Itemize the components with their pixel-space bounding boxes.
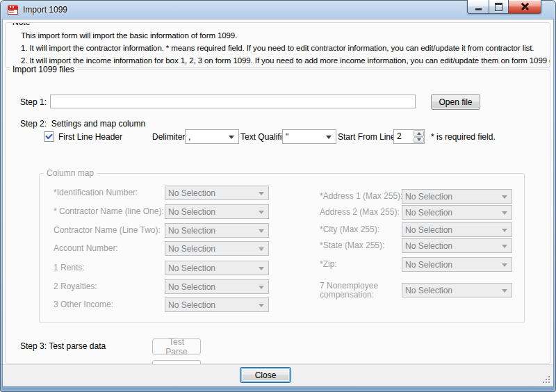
address1-label: *Address 1 (Max 255): [320, 191, 402, 201]
rents-label: 1 Rents: [54, 263, 85, 272]
step2-label: Step 2: Settings and map column [20, 119, 145, 129]
test-parse-button[interactable]: Test Parse [152, 338, 201, 354]
import-1099-window: Import 1099 Note This import form will i… [0, 0, 556, 392]
dialog-content: Note This import form will import the ba… [3, 19, 553, 386]
other-income-label: 3 Other Income: [54, 300, 113, 309]
zip-dropdown[interactable]: No Selection [402, 257, 512, 272]
chevron-down-icon [259, 304, 264, 307]
city-dropdown[interactable]: No Selection [402, 222, 512, 237]
chevron-down-icon [502, 289, 507, 293]
window-controls [467, 0, 541, 14]
close-window-button[interactable] [509, 0, 541, 14]
step1-label: Step 1: [20, 97, 47, 107]
chevron-down-icon [259, 247, 264, 251]
royalties-dropdown[interactable]: No Selection [165, 279, 269, 294]
chevron-down-icon [502, 195, 507, 199]
column-map-group-label: Column map [44, 168, 97, 178]
note-line: This import form will import the basic i… [21, 31, 237, 40]
chevron-down-icon [259, 211, 264, 214]
royalties-label: 2 Royalties: [54, 281, 97, 291]
step3-label: Step 3: Test parse data [20, 341, 106, 351]
contractor-name-one-dropdown[interactable]: No Selection [165, 204, 269, 219]
minimize-button[interactable] [467, 0, 489, 14]
account-number-dropdown[interactable]: No Selection [165, 241, 269, 256]
column-map-group: Column map *Identification Number: No Se… [39, 173, 525, 323]
close-button[interactable]: Close [240, 367, 291, 383]
note-line: 2. It will import the income information… [21, 56, 550, 65]
start-from-line-label: Start From Line [338, 132, 395, 142]
spin-up-button[interactable] [414, 130, 424, 137]
rents-dropdown[interactable]: No Selection [165, 261, 269, 275]
minimize-icon [475, 8, 482, 10]
chevron-down-icon [229, 136, 234, 139]
state-label: *State (Max 255): [320, 240, 384, 250]
chevron-down-icon [259, 229, 264, 233]
chevron-down-icon [326, 136, 332, 139]
start-from-line-spinner[interactable]: 2 [393, 129, 425, 144]
form-1099-icon [8, 4, 19, 15]
delimiter-label: Delimiter [152, 132, 185, 142]
file-path-input[interactable] [50, 95, 416, 108]
address1-dropdown[interactable]: No Selection [402, 189, 512, 204]
maximize-icon [495, 3, 502, 11]
close-icon [521, 3, 529, 10]
zip-label: *Zip: [320, 259, 337, 269]
contractor-name-two-dropdown[interactable]: No Selection [165, 223, 269, 238]
chevron-down-icon [259, 286, 264, 289]
chevron-down-icon [502, 211, 507, 215]
first-line-header-label: First Line Header [58, 132, 122, 142]
window-title: Import 1099 [23, 5, 67, 15]
contractor-name-one-label: * Contractor Name (line One): [54, 206, 164, 216]
first-line-header-checkbox[interactable] [44, 131, 54, 142]
import-files-group-label: Import 1099 files [10, 65, 77, 74]
address2-label: Address 2 (Max 255): [320, 207, 400, 217]
chevron-down-icon [502, 245, 507, 248]
note-line: 1. It will import the contractor informa… [21, 44, 534, 52]
chevron-down-icon [417, 138, 421, 141]
identification-number-label: *Identification Number: [54, 188, 138, 197]
delimiter-dropdown[interactable]: , [185, 129, 239, 144]
resize-grip-icon[interactable] [543, 376, 551, 384]
required-field-note: * is required field. [431, 132, 496, 142]
address2-dropdown[interactable]: No Selection [402, 205, 512, 220]
spin-down-button[interactable] [414, 137, 424, 144]
city-label: *City (Max 255): [320, 224, 379, 234]
nonemployee-compensation-dropdown[interactable]: No Selection [402, 283, 512, 297]
chevron-down-icon [502, 229, 507, 232]
chevron-down-icon [259, 267, 264, 270]
chevron-down-icon [259, 192, 264, 195]
note-group-label: Note [10, 22, 33, 27]
nonemployee-compensation-label: 7 Nonemployee compensation: [320, 281, 396, 300]
chevron-down-icon [502, 263, 507, 267]
contractor-name-two-label: Contractor Name (Line Two): [54, 225, 161, 235]
chevron-up-icon [417, 132, 421, 135]
identification-number-dropdown[interactable]: No Selection [165, 186, 269, 200]
checkmark-icon [45, 132, 53, 140]
open-file-button[interactable]: Open file [431, 94, 480, 110]
footer-bar: Close [3, 364, 553, 386]
titlebar[interactable]: Import 1099 [0, 0, 556, 19]
maximize-button[interactable] [489, 0, 509, 14]
other-income-dropdown[interactable]: No Selection [165, 297, 269, 312]
note-group: Note This import form will import the ba… [5, 22, 550, 68]
account-number-label: Account Number: [54, 243, 118, 253]
state-dropdown[interactable]: No Selection [402, 238, 512, 253]
text-qualifier-dropdown[interactable]: " [282, 129, 336, 144]
import-files-group: Import 1099 files Step 1: Open file Step… [5, 70, 550, 364]
